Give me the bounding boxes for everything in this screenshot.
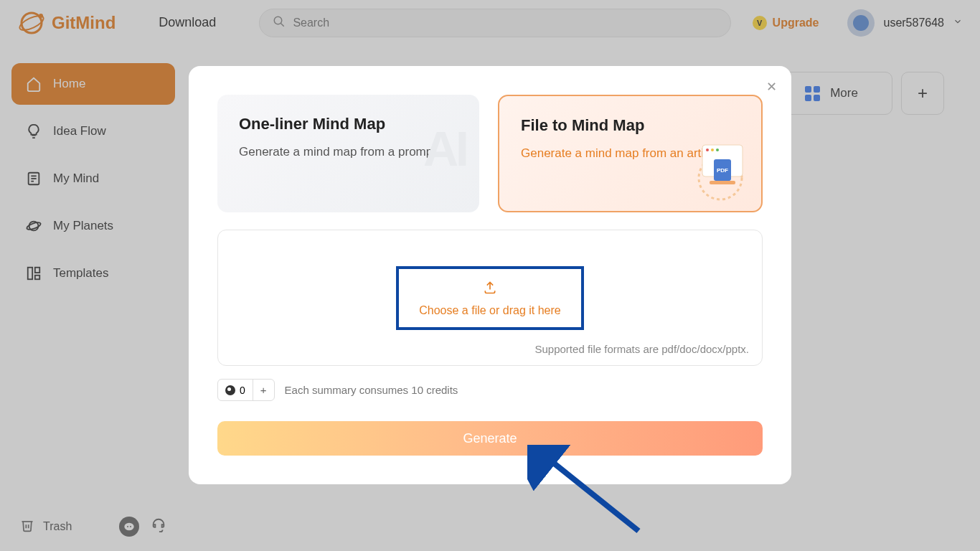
mode-cards: One-liner Mind Map Generate a mind map f… <box>217 95 763 212</box>
ai-modal: ✕ One-liner Mind Map Generate a mind map… <box>189 66 791 484</box>
credit-dot-icon <box>225 385 235 395</box>
close-icon[interactable]: ✕ <box>766 79 777 95</box>
credit-count: 0 <box>218 380 253 400</box>
choose-file-label: Choose a file or drag it here <box>419 304 560 317</box>
choose-file-box[interactable]: Choose a file or drag it here <box>396 266 583 330</box>
file-dropzone[interactable]: Choose a file or drag it here Supported … <box>217 230 763 366</box>
upload-icon <box>483 281 497 298</box>
svg-rect-24 <box>710 181 735 184</box>
add-credits-button[interactable]: + <box>253 380 274 400</box>
credits-row: 0 + Each summary consumes 10 credits <box>217 379 763 401</box>
svg-point-21 <box>716 149 719 151</box>
svg-point-20 <box>711 149 714 151</box>
credit-info-text: Each summary consumes 10 credits <box>285 384 458 396</box>
card-file-to-mindmap[interactable]: File to Mind Map Generate a mind map fro… <box>498 95 763 212</box>
svg-text:PDF: PDF <box>717 167 728 174</box>
document-illustration-icon: PDF <box>688 138 753 202</box>
credit-counter: 0 + <box>217 379 275 401</box>
credit-value: 0 <box>240 385 245 396</box>
card-title: File to Mind Map <box>521 116 740 135</box>
svg-point-19 <box>706 149 709 151</box>
card-one-liner[interactable]: One-liner Mind Map Generate a mind map f… <box>217 95 479 212</box>
ai-ghost-text: AI <box>423 121 466 176</box>
generate-button[interactable]: Generate <box>217 421 763 456</box>
supported-formats-text: Supported file formats are pdf/doc/docx/… <box>535 343 750 355</box>
